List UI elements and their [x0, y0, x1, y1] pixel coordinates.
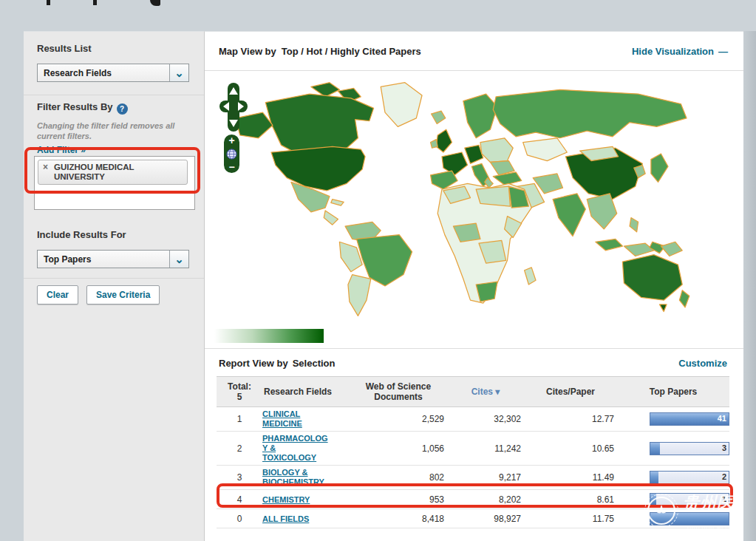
row-cites: 32,302 — [447, 414, 524, 424]
map-zoom-control[interactable]: + − — [224, 135, 239, 173]
filters-sidebar: Results List Research Fields ⌄ Filter Re… — [24, 31, 205, 541]
research-field-link[interactable]: BIOLOGY & BIOCHEMISTRY — [262, 468, 330, 487]
row-cites-per-paper: 11.49 — [524, 472, 617, 483]
sidebar-divider — [24, 278, 204, 279]
column-header-documents: Web of Science Documents — [350, 381, 447, 402]
filter-tag[interactable]: × GUIZHOU MEDICAL UNIVERSITY — [38, 160, 188, 185]
results-list-heading: Results List — [37, 43, 92, 54]
top-papers-bar: 2 — [650, 471, 729, 484]
row-docs: 953 — [350, 494, 447, 505]
filter-results-heading: Filter Results By? — [37, 101, 128, 115]
include-results-heading: Include Results For — [37, 229, 126, 240]
table-row: 2 PHARMACOLOGY & TOXICOLOGY 1,056 11,242… — [217, 432, 729, 466]
filter-note: Changing the filter field removes all cu… — [37, 120, 188, 141]
top-papers-bar: 3 — [650, 442, 729, 455]
table-row: 0 ALL FIELDS 8,418 98,927 11.75 — [217, 509, 729, 528]
top-papers-value: 1 — [722, 494, 726, 503]
filter-tag-label: GUIZHOU MEDICAL UNIVERSITY — [54, 163, 134, 181]
row-rank: 1 — [217, 414, 262, 424]
page-right-gutter — [743, 31, 756, 541]
chevron-down-icon[interactable]: ⌄ — [169, 64, 188, 81]
results-list-dropdown-value: Research Fields — [38, 68, 169, 78]
hide-visualization-link[interactable]: Hide Visualization— — [632, 46, 727, 57]
table-row: 3 BIOLOGY & BIOCHEMISTRY 802 9,217 11.49… — [217, 466, 729, 490]
top-papers-bar-fill — [650, 472, 658, 483]
table-row: 4 CHEMISTRY 953 8,202 8.61 1 — [217, 490, 729, 509]
world-map[interactable] — [217, 77, 704, 322]
map-pan-control[interactable] — [219, 83, 248, 132]
row-cites: 11,242 — [447, 443, 524, 454]
row-cites-per-paper: 11.75 — [524, 514, 617, 524]
row-docs: 8,418 — [350, 514, 447, 524]
table-row: 1 CLINICAL MEDICINE 2,529 32,302 12.77 4… — [217, 407, 729, 432]
row-cites-per-paper: 12.77 — [524, 414, 617, 424]
row-cites: 8,202 — [447, 494, 524, 505]
row-rank: 3 — [217, 472, 262, 483]
table-header-row: Total: 5 Research Fields Web of Science … — [217, 376, 729, 407]
top-papers-bar-fill — [650, 494, 656, 506]
add-filter-link[interactable]: Add Filter » — [37, 145, 86, 155]
help-icon[interactable]: ? — [117, 103, 128, 115]
sort-descending-icon: ▾ — [495, 387, 500, 397]
report-view-title: Report View bySelection — [219, 358, 335, 369]
remove-filter-icon[interactable]: × — [43, 163, 48, 172]
row-docs: 2,529 — [350, 414, 447, 424]
row-docs: 802 — [350, 472, 447, 483]
column-header-cites: Cites ▾ — [447, 387, 524, 397]
research-field-link[interactable]: ALL FIELDS — [262, 514, 330, 524]
top-papers-value: 2 — [722, 472, 726, 481]
table-body: 1 CLINICAL MEDICINE 2,529 32,302 12.77 4… — [217, 407, 729, 528]
include-results-dropdown[interactable]: Top Papers ⌄ — [37, 250, 189, 268]
customize-link[interactable]: Customize — [678, 358, 727, 369]
clipped-page-title-fragment — [93, 0, 97, 5]
column-header-total: Total: 5 — [217, 381, 262, 402]
clipped-page-title-fragment — [150, 0, 160, 6]
top-papers-value: 41 — [718, 414, 726, 423]
row-cites: 9,217 — [447, 472, 524, 483]
main-panel: Map View byTop / Hot / Highly Cited Pape… — [205, 31, 743, 541]
top-papers-bar: 1 — [650, 493, 729, 506]
clipped-page-title-fragment — [47, 0, 50, 5]
clear-button[interactable]: Clear — [37, 285, 78, 304]
row-cites: 98,927 — [447, 514, 524, 524]
sidebar-divider — [24, 95, 204, 95]
top-papers-bar-fill — [650, 513, 729, 525]
research-field-link[interactable]: CLINICAL MEDICINE — [262, 409, 330, 429]
row-rank: 4 — [217, 494, 262, 505]
zoom-in-button[interactable]: + — [228, 135, 234, 146]
top-papers-value: 3 — [722, 443, 726, 452]
top-papers-bar-fill — [650, 443, 660, 455]
zoom-out-button[interactable]: − — [228, 162, 234, 172]
include-results-dropdown-value: Top Papers — [38, 254, 169, 265]
save-criteria-button[interactable]: Save Criteria — [86, 285, 160, 304]
column-header-research-fields: Research Fields — [262, 387, 350, 397]
map-view-header: Map View byTop / Hot / Highly Cited Pape… — [205, 32, 743, 71]
research-field-link[interactable]: CHEMISTRY — [262, 495, 330, 505]
minus-icon: — — [718, 46, 727, 57]
results-list-dropdown[interactable]: Research Fields ⌄ — [37, 64, 189, 82]
row-rank: 0 — [217, 514, 262, 524]
chevron-down-icon[interactable]: ⌄ — [169, 251, 188, 268]
map-color-legend — [214, 329, 324, 343]
map-area[interactable]: + − — [205, 71, 743, 348]
top-papers-bar — [650, 512, 729, 525]
top-papers-bar: 41 — [650, 412, 729, 426]
report-table: Total: 5 Research Fields Web of Science … — [217, 376, 729, 528]
row-cites-per-paper: 8.61 — [524, 494, 617, 505]
report-view-header: Report View bySelection Customize — [205, 348, 743, 376]
row-rank: 2 — [217, 443, 262, 454]
globe-icon[interactable] — [226, 149, 237, 160]
column-header-top-papers: Top Papers — [617, 387, 729, 397]
row-cites-per-paper: 10.65 — [524, 443, 617, 454]
row-docs: 1,056 — [350, 443, 447, 454]
column-header-cites-per-paper: Cites/Paper — [524, 387, 617, 397]
map-view-title: Map View byTop / Hot / Highly Cited Pape… — [219, 46, 421, 57]
active-filters-box[interactable]: × GUIZHOU MEDICAL UNIVERSITY — [34, 156, 195, 210]
research-field-link[interactable]: PHARMACOLOGY & TOXICOLOGY — [262, 434, 330, 463]
